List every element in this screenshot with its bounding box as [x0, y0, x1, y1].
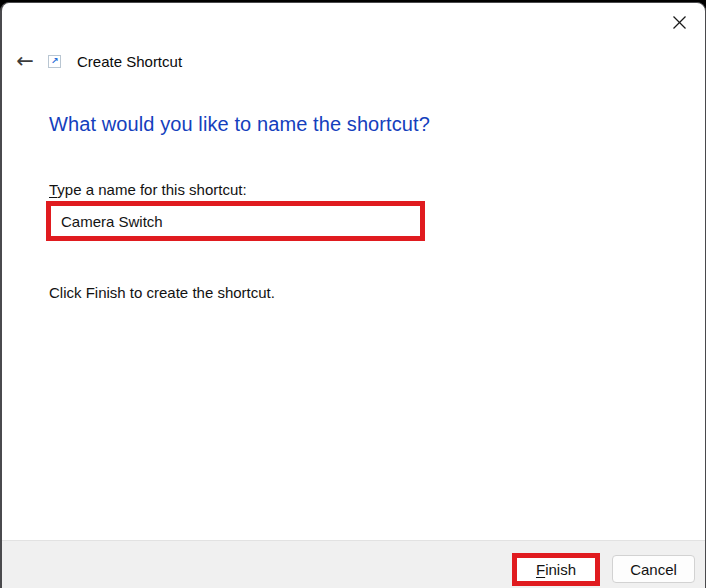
back-button[interactable]: ← [10, 47, 40, 75]
finish-instruction-text: Click Finish to create the shortcut. [49, 284, 275, 301]
finish-accesskey: F [536, 561, 545, 578]
back-arrow-icon: ← [16, 49, 34, 73]
close-button[interactable] [666, 9, 692, 35]
cancel-button[interactable]: Cancel [612, 555, 695, 583]
finish-label-rest: inish [545, 561, 576, 578]
page-title: Create Shortcut [77, 53, 182, 70]
annotation-highlight-name-input [46, 201, 425, 241]
finish-button[interactable]: Finish [517, 558, 595, 581]
cancel-label: Cancel [630, 561, 677, 578]
screen-backdrop: ← ↗ Create Shortcut What would you like … [0, 0, 706, 588]
close-icon [672, 15, 687, 30]
annotation-highlight-finish-button: Finish [512, 553, 600, 586]
shortcut-name-input[interactable] [51, 206, 420, 236]
create-shortcut-wizard-window: ← ↗ Create Shortcut What would you like … [0, 2, 706, 588]
shortcut-overlay-icon: ↗ [48, 55, 61, 68]
wizard-heading: What would you like to name the shortcut… [49, 113, 430, 136]
name-field-label: Type a name for this shortcut: [49, 181, 247, 198]
name-field-label-rest: ype a name for this shortcut: [57, 181, 246, 198]
